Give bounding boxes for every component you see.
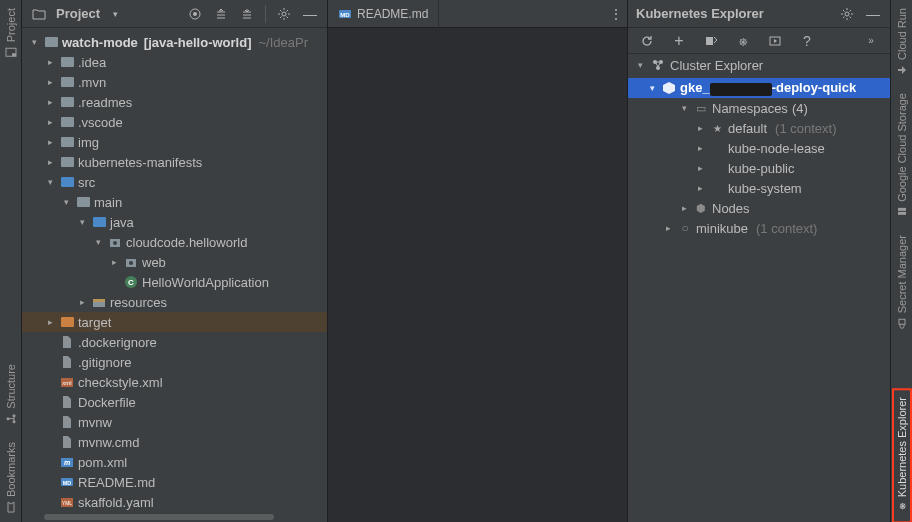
arrow-icon[interactable] bbox=[678, 102, 690, 114]
tree-row[interactable]: src bbox=[22, 172, 327, 192]
tool-gcs[interactable]: Google Cloud Storage bbox=[893, 85, 911, 227]
arrow-icon[interactable] bbox=[44, 56, 56, 68]
hide-icon[interactable]: — bbox=[299, 3, 321, 25]
tool-structure[interactable]: Structure bbox=[2, 356, 20, 434]
arrow-icon[interactable] bbox=[44, 356, 56, 368]
arrow-icon[interactable] bbox=[44, 416, 56, 428]
editor-tab-readme[interactable]: MD README.md bbox=[328, 0, 439, 28]
tree-row[interactable]: resources bbox=[22, 292, 327, 312]
arrow-icon[interactable] bbox=[92, 236, 104, 248]
k8s-row[interactable]: kube-public bbox=[628, 158, 890, 178]
cluster-explorer-header[interactable]: Cluster Explorer bbox=[628, 54, 890, 76]
arrow-icon[interactable] bbox=[44, 376, 56, 388]
hide-icon[interactable]: — bbox=[862, 3, 884, 25]
help-icon[interactable]: ? bbox=[796, 30, 818, 52]
arrow-icon[interactable] bbox=[694, 142, 706, 154]
arrow-icon[interactable] bbox=[108, 256, 120, 268]
tree-row[interactable]: kubernetes-manifests bbox=[22, 152, 327, 172]
k8s-icon: ⎈ bbox=[895, 500, 909, 514]
arrow-icon[interactable] bbox=[44, 456, 56, 468]
select-opened-file-icon[interactable] bbox=[184, 3, 206, 25]
tree-label: Dockerfile bbox=[78, 395, 136, 410]
arrow-icon[interactable] bbox=[44, 316, 56, 328]
k8s-row[interactable]: Namespaces (4) bbox=[628, 98, 890, 118]
gear-icon[interactable] bbox=[273, 3, 295, 25]
tree-row[interactable]: mvnw bbox=[22, 412, 327, 432]
arrow-icon[interactable] bbox=[44, 116, 56, 128]
tree-label: cloudcode.helloworld bbox=[126, 235, 247, 250]
arrow-icon[interactable] bbox=[694, 182, 706, 194]
k8s-row[interactable]: Nodes bbox=[628, 198, 890, 218]
tree-row[interactable]: YMLskaffold.yaml bbox=[22, 492, 327, 512]
tree-row[interactable]: img bbox=[22, 132, 327, 152]
arrow-icon[interactable] bbox=[678, 202, 690, 214]
tool-project[interactable]: Project bbox=[2, 0, 20, 67]
project-h-scrollbar[interactable] bbox=[22, 512, 327, 522]
tree-row[interactable]: target bbox=[22, 312, 327, 332]
arrow-icon[interactable] bbox=[44, 396, 56, 408]
arrow-icon[interactable] bbox=[60, 196, 72, 208]
k8s-row[interactable]: kube-system bbox=[628, 178, 890, 198]
more-icon[interactable]: » bbox=[860, 30, 882, 52]
k8s-row[interactable]: minikube(1 context) bbox=[628, 218, 890, 238]
arrow-icon[interactable] bbox=[108, 276, 120, 288]
arrow-icon[interactable] bbox=[76, 216, 88, 228]
tree-row[interactable]: .dockerignore bbox=[22, 332, 327, 352]
arrow-icon[interactable] bbox=[76, 296, 88, 308]
arrow-icon[interactable] bbox=[44, 336, 56, 348]
collapse-all-icon[interactable] bbox=[236, 3, 258, 25]
tree-row[interactable]: xmlcheckstyle.xml bbox=[22, 372, 327, 392]
arrow-icon[interactable] bbox=[44, 136, 56, 148]
package-icon bbox=[107, 234, 123, 250]
tree-label: .mvn bbox=[78, 75, 106, 90]
k8s-cluster-selected[interactable]: gke_-deploy-quick bbox=[628, 78, 890, 98]
arrow-icon[interactable] bbox=[646, 82, 658, 94]
arrow-icon[interactable] bbox=[44, 96, 56, 108]
arrow-icon[interactable] bbox=[634, 59, 646, 71]
refresh-icon[interactable] bbox=[636, 30, 658, 52]
arrow-icon[interactable] bbox=[694, 122, 706, 134]
k8s-wheel-icon[interactable]: ⎈ bbox=[732, 30, 754, 52]
tool-kubernetes-explorer[interactable]: ⎈ Kubernetes Explorer bbox=[893, 389, 911, 522]
arrow-icon[interactable] bbox=[694, 162, 706, 174]
tool-secret-manager[interactable]: Secret Manager bbox=[893, 227, 911, 338]
tool-bookmarks[interactable]: Bookmarks bbox=[2, 434, 20, 522]
expand-all-icon[interactable] bbox=[210, 3, 232, 25]
tree-row[interactable]: Dockerfile bbox=[22, 392, 327, 412]
gear-icon[interactable] bbox=[836, 3, 858, 25]
tree-row[interactable]: .gitignore bbox=[22, 352, 327, 372]
arrow-icon[interactable] bbox=[662, 222, 674, 234]
add-icon[interactable]: + bbox=[668, 30, 690, 52]
run-dashboard-icon[interactable] bbox=[764, 30, 786, 52]
k8s-row[interactable]: kube-node-lease bbox=[628, 138, 890, 158]
tree-row[interactable]: web bbox=[22, 252, 327, 272]
arrow-icon[interactable] bbox=[28, 36, 40, 48]
tree-row[interactable]: .readmes bbox=[22, 92, 327, 112]
maven-file-icon: m bbox=[59, 454, 75, 470]
tab-options-icon[interactable]: ⋮ bbox=[605, 3, 627, 25]
arrow-icon[interactable] bbox=[44, 476, 56, 488]
arrow-icon[interactable] bbox=[44, 436, 56, 448]
arrow-icon[interactable] bbox=[44, 156, 56, 168]
chevron-down-icon[interactable]: ▾ bbox=[104, 3, 126, 25]
tree-row[interactable]: main bbox=[22, 192, 327, 212]
tree-row[interactable]: mpom.xml bbox=[22, 452, 327, 472]
tree-row[interactable]: .vscode bbox=[22, 112, 327, 132]
tree-row[interactable]: cloudcode.helloworld bbox=[22, 232, 327, 252]
tree-row[interactable]: java bbox=[22, 212, 327, 232]
project-tree[interactable]: watch-mode [java-hello-world] ~/IdeaPr .… bbox=[22, 28, 327, 512]
tool-cloud-run[interactable]: Cloud Run bbox=[893, 0, 911, 85]
k8s-tree[interactable]: gke_-deploy-quick Namespaces (4)default(… bbox=[628, 76, 890, 522]
tree-row[interactable]: CHelloWorldApplication bbox=[22, 272, 327, 292]
tree-row[interactable]: mvnw.cmd bbox=[22, 432, 327, 452]
k8s-row[interactable]: default(1 context) bbox=[628, 118, 890, 138]
tree-root[interactable]: watch-mode [java-hello-world] ~/IdeaPr bbox=[22, 32, 327, 52]
arrow-icon[interactable] bbox=[44, 496, 56, 508]
tree-row[interactable]: .mvn bbox=[22, 72, 327, 92]
tree-row[interactable]: MDREADME.md bbox=[22, 472, 327, 492]
arrow-icon[interactable] bbox=[44, 76, 56, 88]
arrow-icon[interactable] bbox=[44, 176, 56, 188]
tree-row[interactable]: .idea bbox=[22, 52, 327, 72]
tree-label: README.md bbox=[78, 475, 155, 490]
open-editor-icon[interactable] bbox=[700, 30, 722, 52]
